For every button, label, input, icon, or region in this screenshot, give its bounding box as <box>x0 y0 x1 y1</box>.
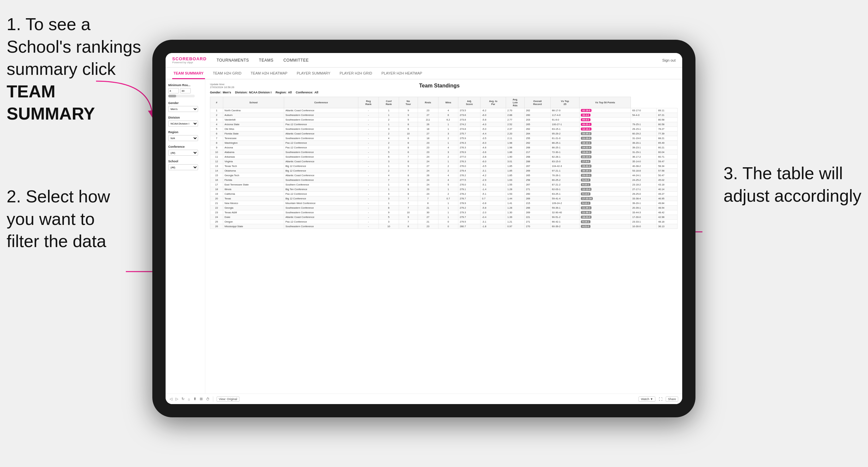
toolbar-share-icon[interactable]: ⬆ <box>193 397 196 401</box>
table-cell: 2 <box>210 113 223 118</box>
table-row: 25OregonPac-12 Conference-37210279.5-3.1… <box>210 220 678 224</box>
table-cell: Florida State <box>223 131 284 136</box>
filter-division-select[interactable]: NCAA Division I <box>168 121 198 126</box>
table-cell: Duke <box>223 215 284 220</box>
table-cell: 26 <box>417 173 438 178</box>
table-cell: 262 <box>525 141 550 146</box>
nav-tournaments[interactable]: TOURNAMENTS <box>217 57 249 64</box>
table-cell: Southeastern Conference <box>284 224 358 229</box>
table-cell: 274.8 <box>458 127 480 131</box>
table-row: 15Georgia TechAtlantic Coast Conference-… <box>210 173 678 178</box>
table-cell: 271 <box>525 220 550 224</box>
toolbar-bookmark[interactable]: ⊞ <box>200 397 203 401</box>
table-cell: Oregon <box>223 220 284 224</box>
table-cell: Pac-12 Conference <box>284 146 358 150</box>
table-cell: 83-15-0 <box>550 159 580 164</box>
filter-gender-select[interactable]: Men's <box>168 106 198 112</box>
table-cell: 60.04 <box>657 150 678 155</box>
tab-team-h2h-heatmap[interactable]: TEAM H2H HEATMAP <box>249 68 289 79</box>
table-row: 7TennesseeSoutheastern Conference-461822… <box>210 136 678 141</box>
table-cell: 33-38-4 <box>631 196 657 201</box>
table-cell: Southern Conference <box>284 183 358 187</box>
table-cell: -4.0 <box>480 122 506 127</box>
filter-min-rounds-min-input[interactable] <box>168 88 179 93</box>
table-row: 5Ole MissSoutheastern Conference-3618127… <box>210 127 678 131</box>
table-cell: 3 <box>378 220 399 224</box>
view-original-button[interactable]: View: Original <box>217 397 240 402</box>
table-cell: 7 <box>399 201 417 206</box>
table-cell: 9 <box>399 164 417 168</box>
table-cell: 97-21-1 <box>550 168 580 173</box>
table-cell: 23 <box>210 210 223 215</box>
table-cell: Southeastern Conference <box>284 127 358 131</box>
table-cell: 1.55 <box>506 183 525 187</box>
table-cell: 1 <box>438 159 458 164</box>
table-cell: 23 <box>417 224 438 229</box>
toolbar-resize[interactable]: ⛶ <box>659 397 662 401</box>
table-cell: East Tennessee State <box>223 183 284 187</box>
table-cell: 72-30-1 <box>550 150 580 155</box>
filter-conference-select[interactable]: (All) <box>168 150 198 156</box>
tab-player-h2h-heatmap[interactable]: PLAYER H2H HEATMAP <box>380 68 424 79</box>
tab-team-summary[interactable]: TEAM SUMMARY <box>172 68 205 79</box>
nav-teams[interactable]: TEAMS <box>259 57 274 64</box>
table-cell: 43.18 <box>657 183 678 187</box>
filter-min-rounds-slider[interactable] <box>168 95 195 97</box>
table-cell: 18 <box>417 127 438 131</box>
filter-chip-region: Region: All <box>276 91 292 94</box>
table-cell: 270 <box>525 224 550 229</box>
table-cell: Southeastern Conference <box>284 136 358 141</box>
table-cell: 4 <box>438 108 458 113</box>
table-cell: Florida <box>223 178 284 183</box>
filter-region-select[interactable]: N/A <box>168 135 198 141</box>
table-header-row: Update time: 27/03/2024 16:56:26 Team St… <box>210 83 678 89</box>
table-cell: 6 <box>399 127 417 131</box>
watch-button[interactable]: Watch ▼ <box>639 397 655 402</box>
table-cell: - <box>358 187 378 192</box>
table-cell: 63-17-0 <box>631 108 657 113</box>
table-cell: 2 <box>378 118 399 122</box>
table-cell: 36.13 <box>657 224 678 229</box>
toolbar-refresh[interactable]: ↻ <box>182 397 184 401</box>
col-conf-rank: ConfRank <box>378 97 399 108</box>
toolbar-forward[interactable]: ▷ <box>176 397 178 401</box>
sign-out-button[interactable]: Sign out <box>662 58 676 62</box>
toolbar-back[interactable]: ◁ <box>169 397 172 401</box>
table-cell: 44-24-1 <box>631 173 657 178</box>
share-button[interactable]: Share <box>665 397 678 402</box>
sub-nav: TEAM SUMMARY TEAM H2H GRID TEAM H2H HEAT… <box>165 68 682 80</box>
table-cell: 35-14-0 <box>631 159 657 164</box>
table-cell: 10 <box>399 210 417 215</box>
table-cell: 1 <box>378 108 399 113</box>
table-cell: 4 <box>378 173 399 178</box>
table-cell: 27 <box>417 164 438 168</box>
table-cell: 21 <box>417 206 438 210</box>
toolbar-timer[interactable]: ⏱ <box>206 397 210 401</box>
instruction-step2: 2. Select how you want to filter the dat… <box>7 185 110 253</box>
toolbar-home[interactable]: ⌂ <box>188 397 190 401</box>
table-cell: 217 <box>525 150 550 155</box>
nav-committee[interactable]: COMMITTEE <box>283 57 309 64</box>
filter-school-select[interactable]: (All) <box>168 164 198 170</box>
table-cell: 269 <box>525 196 550 201</box>
tab-player-h2h-grid[interactable]: PLAYER H2H GRID <box>338 68 374 79</box>
filter-min-rounds-max-input[interactable] <box>180 88 191 93</box>
table-cell: 17-30-0 <box>631 215 657 220</box>
share-label: Share <box>668 398 676 401</box>
table-cell: 15-32-2 <box>580 164 631 168</box>
table-cell: -1.4 <box>480 187 506 192</box>
table-cell: - <box>358 168 378 173</box>
table-cell: 9 <box>399 108 417 113</box>
table-cell: 7 <box>399 220 417 224</box>
table-cell: 1.98 <box>506 141 525 146</box>
table-cell: 26 <box>417 122 438 127</box>
table-cell: 7 <box>399 196 417 201</box>
tab-player-summary[interactable]: PLAYER SUMMARY <box>296 68 332 79</box>
table-cell: Texas Tech <box>223 164 284 168</box>
tab-team-h2h-grid[interactable]: TEAM H2H GRID <box>212 68 243 79</box>
table-cell: 109-24-2 <box>550 201 580 206</box>
table-cell: 43-23-1 <box>580 122 631 127</box>
table-cell: 279.1 <box>458 187 480 192</box>
table-cell: - <box>358 108 378 113</box>
table-cell: 53-18-8 <box>631 168 657 173</box>
